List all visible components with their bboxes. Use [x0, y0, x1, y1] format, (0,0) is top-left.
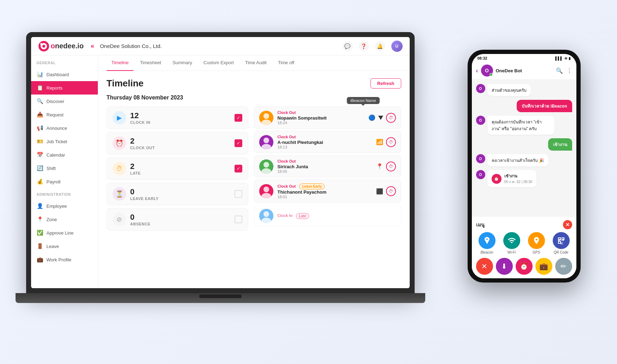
logo: onedee.io [38, 41, 84, 52]
job-ticket-icon: 🎫 [37, 138, 43, 145]
sidebar-item-payroll[interactable]: 💰 Payroll [31, 175, 98, 188]
laptop-body: onedee.io « OneDee Solution Co., Ltd. 💬 … [26, 32, 415, 293]
battery-icon: ▮ [569, 56, 571, 60]
tab-custom-export[interactable]: Custom Export [198, 55, 239, 71]
refresh-button[interactable]: Refresh [370, 78, 401, 89]
page-content: Timeline Refresh Thursday 08 November 20… [98, 71, 410, 288]
calendar-icon: 📅 [37, 152, 43, 158]
bot-mini-avatar-4: O [476, 170, 485, 179]
collapse-icon[interactable]: « [91, 42, 94, 50]
gps-label: GPS [533, 250, 540, 254]
sidebar-item-employee[interactable]: 👤 Employee [31, 199, 98, 213]
stat-leave-early[interactable]: ⏳ 0 LEAVE EARLY [107, 183, 248, 205]
work-action-btn[interactable]: 💼 [535, 258, 552, 275]
qr-btn[interactable] [553, 232, 570, 249]
menu-item-qr[interactable]: QR Code [550, 232, 572, 254]
absence-check[interactable] [235, 216, 242, 223]
sidebar-item-reports[interactable]: 📋 Reports [31, 81, 98, 95]
sidebar-item-zone[interactable]: 📍 Zone [31, 213, 98, 226]
tab-timesheet[interactable]: Timesheet [135, 55, 166, 71]
sidebar-item-discover[interactable]: 🔍 Discover [31, 95, 98, 108]
employee-row-3[interactable]: Clock Out Sirirach Junta 18:05 📍 ⏱ [254, 155, 401, 177]
sidebar-label-calendar: Calendar [47, 152, 65, 158]
logo-svg [38, 41, 49, 52]
wifi-btn[interactable] [503, 232, 520, 249]
leave-early-icon: ⏳ [113, 187, 126, 201]
gps-btn[interactable] [528, 232, 545, 249]
sidebar-item-request[interactable]: 📥 Request [31, 108, 98, 121]
leave-early-check[interactable] [235, 190, 242, 198]
tab-summary[interactable]: Summary [167, 55, 197, 71]
emp-icons-4: ⬛ ⏱ [376, 186, 396, 196]
sidebar-item-announce[interactable]: 📢 Announce [31, 121, 98, 135]
sidebar-label-leave: Leave [47, 244, 59, 249]
late-check[interactable]: ✓ [235, 165, 242, 172]
chat-header-icons: 🔍 ⋮ [556, 67, 572, 74]
menu-item-gps[interactable]: GPS [526, 232, 547, 254]
edit-action-btn[interactable]: ✏ [555, 258, 572, 275]
ibeacon-btn[interactable] [479, 232, 496, 249]
sidebar-item-dashboard[interactable]: 📊 Dashboard [31, 68, 98, 81]
sidebar: GENERAL 📊 Dashboard 📋 Reports 🔍 Discover [31, 55, 98, 288]
sidebar-label-dashboard: Dashboard [47, 72, 69, 77]
sidebar-label-zone: Zone [47, 217, 57, 222]
late-number: 2 [130, 162, 230, 171]
wifi-icon-2: 📶 [376, 139, 383, 145]
emp-status-1: Clock Out [278, 110, 364, 115]
svg-point-5 [263, 113, 269, 119]
sidebar-label-discover: Discover [47, 99, 65, 104]
employee-row-5[interactable]: Clock In Late [254, 205, 401, 227]
help-icon[interactable]: ❓ [359, 41, 369, 51]
bot-text-2: คุณต้องการบันทึกเวลา "เข้างาน" หรือ "ออก… [487, 116, 554, 135]
bot-text-3: ลงเวลาเข้างานสำเร็จครับ 🎉 [487, 154, 548, 166]
absence-icon: ⊘ [113, 213, 126, 226]
stat-clock-out[interactable]: ⏰ 2 CLOCK OUT ✓ [107, 132, 248, 154]
stat-absence[interactable]: ⊘ 0 ABSENCE [107, 208, 248, 231]
cancel-action-btn[interactable]: ✕ [476, 258, 493, 275]
clock-action-btn[interactable]: ⏰ [516, 258, 533, 275]
svg-point-2 [42, 45, 45, 48]
search-chat-icon[interactable]: 🔍 [556, 67, 563, 74]
tab-time-off[interactable]: Time off [273, 55, 299, 71]
employee-row-2[interactable]: Clock Out A-nuchit Pleetungkai 18:13 📶 ⏱ [254, 131, 401, 153]
back-button[interactable]: ‹ [476, 67, 478, 74]
sidebar-label-reports: Reports [47, 85, 63, 91]
tab-time-audit[interactable]: Time Audit [240, 55, 272, 71]
cursor-arrow [378, 116, 383, 120]
stat-clock-in[interactable]: ▶ 12 CLOCK IN ✓ [107, 107, 248, 129]
sidebar-item-approve-line[interactable]: ✅ Approve Line [31, 226, 98, 239]
sidebar-label-shift: Shift [47, 166, 56, 171]
emp-time-1: 18:24 [278, 121, 364, 125]
stat-late[interactable]: ⏱ 2 LATE ✓ [107, 157, 248, 180]
sidebar-item-job-ticket[interactable]: 🎫 Job Ticket [31, 135, 98, 148]
menu-item-wifi[interactable]: Wi-Fi [501, 232, 523, 254]
employee-row-4[interactable]: Clock Out Leave Early Thichanont Payacho… [254, 180, 401, 203]
more-icon[interactable]: ⋮ [566, 67, 572, 74]
sidebar-item-shift[interactable]: 🔄 Shift [31, 162, 98, 175]
clock-out-number: 2 [130, 136, 230, 146]
clock-in-number: 12 [130, 111, 230, 120]
menu-close-button[interactable]: ✕ [563, 220, 572, 229]
user-msg-1: บันทึกเวลาด้วย iBeacon [517, 100, 572, 112]
emp-status-5: Clock In [278, 213, 293, 218]
employee-row-1[interactable]: iBeacon Name [254, 107, 401, 129]
chat-icon[interactable]: 💬 [343, 41, 352, 51]
sidebar-item-calendar[interactable]: 📅 Calendar [31, 148, 98, 162]
clock-in-info: 12 CLOCK IN [130, 111, 230, 125]
tab-timeline[interactable]: Timeline [107, 55, 134, 71]
discover-icon: 🔍 [37, 98, 43, 104]
work-profile-icon: 💼 [37, 256, 43, 263]
emp-avatar-5 [259, 209, 273, 223]
shift-icon: 🔄 [37, 165, 43, 171]
bot-msg-1: O ส่วนตัวของคุณครับ [476, 84, 572, 96]
clock-out-check[interactable]: ✓ [235, 139, 242, 147]
bell-icon[interactable]: 🔔 [375, 41, 385, 51]
sidebar-item-leave[interactable]: 🚪 Leave [31, 239, 98, 253]
absence-info: 0 ABSENCE [130, 213, 230, 226]
menu-item-ibeacon[interactable]: iBeacon [476, 232, 498, 254]
user-avatar[interactable]: U [391, 41, 403, 52]
clock-in-check[interactable]: ✓ [235, 114, 242, 122]
download-action-btn[interactable]: ⬇ [496, 258, 513, 275]
user-msg-2: เข้างาน [548, 138, 572, 151]
sidebar-item-work-profile[interactable]: 💼 Work Profile [31, 253, 98, 266]
